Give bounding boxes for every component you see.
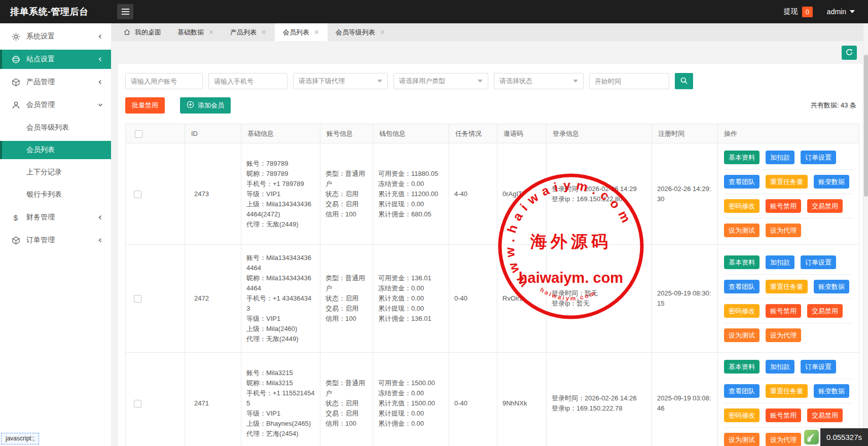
ban-trade-button[interactable]: 交易禁用 — [807, 304, 843, 318]
ban-account-button[interactable]: 账号禁用 — [766, 199, 801, 213]
sidebar-item-site-settings[interactable]: 站点设置 — [0, 50, 111, 69]
dollar-icon: $ — [11, 213, 20, 222]
set-agent-button[interactable]: 设为代理 — [766, 224, 801, 237]
change-password-button[interactable]: 密码修改 — [724, 199, 760, 213]
tab-my-desktop[interactable]: 我的桌面 — [116, 23, 169, 41]
reset-task-button[interactable]: 重置任务量 — [766, 175, 808, 189]
order-settings-button[interactable]: 订单设置 — [801, 255, 836, 269]
ledger-data-button[interactable]: 账变数据 — [814, 280, 849, 293]
hamburger-menu-icon[interactable] — [117, 4, 133, 19]
cell-basic-info: 账号：Mila1343434364464 昵称：Mila134343436446… — [241, 245, 320, 353]
order-settings-button[interactable]: 订单设置 — [801, 360, 836, 374]
basic-profile-button[interactable]: 基本资料 — [724, 151, 760, 164]
ledger-data-button[interactable]: 账变数据 — [814, 175, 849, 189]
withdraw-count-badge: 0 — [802, 7, 813, 17]
sidebar-item-system-settings[interactable]: 系统设置 — [0, 27, 111, 46]
cell-account-info: 类型：普通用户 状态：启用 交易：启用 信用：100 — [320, 353, 373, 446]
cell-task: 0-40 — [449, 353, 497, 446]
start-time-input[interactable] — [589, 73, 669, 89]
cell-actions: 基本资料 加扣款 订单设置 查看团队 重置任务量 账变数据 密码修改 账号禁用 … — [718, 245, 859, 353]
row-checkbox[interactable] — [134, 400, 141, 407]
order-settings-button[interactable]: 订单设置 — [801, 151, 836, 164]
app-title: 排单系统-管理后台 — [0, 6, 111, 18]
adjust-funds-button[interactable]: 加扣款 — [766, 255, 794, 269]
content-area: 我的桌面 基础数据 ✕ 产品列表 ✕ 会员列表 ✕ 会员等级列表 ✕ 请选择下级… — [111, 23, 868, 446]
account-input[interactable] — [125, 73, 203, 89]
sidebar-item-member-level-list[interactable]: 会员等级列表 — [0, 119, 111, 137]
sidebar-item-member-list[interactable]: 会员列表 — [0, 141, 111, 159]
reset-task-button[interactable]: 重置任务量 — [766, 384, 808, 398]
user-icon — [11, 100, 20, 109]
cell-wallet-info: 可用资金：1500.00 冻结资金：0.00 累计充值：1500.00 累计提现… — [373, 353, 449, 446]
col-id: ID — [185, 124, 241, 143]
basic-profile-button[interactable]: 基本资料 — [724, 360, 760, 374]
sidebar-item-finance-management[interactable]: $ 财务管理 — [0, 208, 111, 227]
adjust-funds-button[interactable]: 加扣款 — [766, 360, 794, 374]
user-type-select[interactable]: 请选择用户类型 — [393, 73, 488, 89]
cell-invite-code: RvOir2 — [497, 245, 547, 353]
tab-basic-data[interactable]: 基础数据 ✕ — [169, 23, 222, 41]
cell-wallet-info: 可用资金：136.01 冻结资金：0.00 累计充值：0.00 累计提现：0.0… — [373, 245, 449, 353]
ban-account-button[interactable]: 账号禁用 — [766, 304, 801, 318]
tab-member-level-list[interactable]: 会员等级列表 ✕ — [328, 23, 393, 41]
close-icon[interactable]: ✕ — [208, 29, 214, 35]
reset-task-button[interactable]: 重置任务量 — [766, 280, 808, 293]
thinkphp-logo-icon[interactable] — [803, 428, 820, 446]
set-test-button[interactable]: 设为测试 — [724, 433, 760, 446]
sidebar-item-label: 产品管理 — [26, 78, 98, 87]
tab-label: 会员等级列表 — [336, 28, 375, 37]
col-basic: 基础信息 — [241, 124, 320, 143]
set-test-button[interactable]: 设为测试 — [724, 224, 760, 237]
row-checkbox[interactable] — [134, 295, 141, 303]
ban-trade-button[interactable]: 交易禁用 — [807, 199, 843, 213]
status-link-hint: javascript:; — [1, 433, 39, 444]
set-agent-button[interactable]: 设为代理 — [766, 328, 801, 342]
sidebar-item-product-management[interactable]: 产品管理 — [0, 72, 111, 92]
phone-input[interactable] — [208, 73, 287, 89]
refresh-button[interactable] — [842, 46, 857, 60]
batch-disable-button[interactable]: 批量禁用 — [125, 97, 165, 114]
tab-bar: 我的桌面 基础数据 ✕ 产品列表 ✕ 会员列表 ✕ 会员等级列表 ✕ — [111, 23, 868, 41]
toolbar: 批量禁用 添加会员 共有数据: 43 条 — [125, 97, 856, 114]
select-all-checkbox[interactable] — [135, 130, 142, 138]
agent-select[interactable]: 请选择下级代理 — [293, 73, 388, 89]
chevron-left-icon — [98, 79, 103, 86]
close-icon[interactable]: ✕ — [314, 29, 319, 35]
tab-product-list[interactable]: 产品列表 ✕ — [222, 23, 275, 41]
ban-trade-button[interactable]: 交易禁用 — [807, 408, 843, 422]
adjust-funds-button[interactable]: 加扣款 — [766, 151, 794, 164]
ledger-data-button[interactable]: 账变数据 — [814, 384, 849, 398]
search-icon — [680, 77, 688, 86]
chevron-left-icon — [98, 56, 103, 63]
withdraw-menu[interactable]: 提现 0 — [784, 7, 813, 17]
tab-member-list[interactable]: 会员列表 ✕ — [275, 23, 328, 41]
sidebar-item-member-management[interactable]: 会员管理 — [0, 95, 111, 115]
view-team-button[interactable]: 查看团队 — [724, 175, 760, 189]
status-select[interactable]: 请选择状态 — [494, 73, 584, 89]
row-checkbox[interactable] — [134, 191, 141, 198]
close-icon[interactable]: ✕ — [380, 29, 385, 35]
change-password-button[interactable]: 密码修改 — [724, 304, 760, 318]
ban-account-button[interactable]: 账号禁用 — [766, 408, 801, 422]
select-placeholder: 请选择状态 — [499, 77, 532, 86]
sidebar-item-order-management[interactable]: 订单管理 — [0, 231, 111, 250]
sidebar-item-updown-records[interactable]: 上下分记录 — [0, 163, 111, 181]
close-icon[interactable]: ✕ — [261, 29, 267, 35]
tab-label: 基础数据 — [177, 28, 204, 37]
view-team-button[interactable]: 查看团队 — [724, 280, 760, 293]
sub-item-label: 上下分记录 — [26, 168, 62, 177]
search-button[interactable] — [675, 73, 693, 89]
add-member-button[interactable]: 添加会员 — [180, 97, 231, 114]
sub-item-label: 会员等级列表 — [26, 123, 69, 132]
set-agent-button[interactable]: 设为代理 — [766, 433, 801, 446]
member-table: ID 基础信息 账号信息 钱包信息 任务情况 邀请码 登录信息 注册时间 操作 … — [125, 124, 859, 446]
sidebar-item-bankcard-list[interactable]: 银行卡列表 — [0, 185, 111, 204]
scrollbar-thumb[interactable] — [864, 55, 868, 197]
view-team-button[interactable]: 查看团队 — [724, 384, 760, 398]
user-menu[interactable]: admin — [827, 8, 855, 16]
change-password-button[interactable]: 密码修改 — [724, 408, 760, 422]
set-test-button[interactable]: 设为测试 — [724, 328, 760, 342]
col-reg: 注册时间 — [652, 124, 718, 143]
cell-wallet-info: 可用资金：11880.05 冻结资金：0.00 累计充值：11200.00 累计… — [373, 143, 449, 245]
basic-profile-button[interactable]: 基本资料 — [724, 255, 760, 269]
